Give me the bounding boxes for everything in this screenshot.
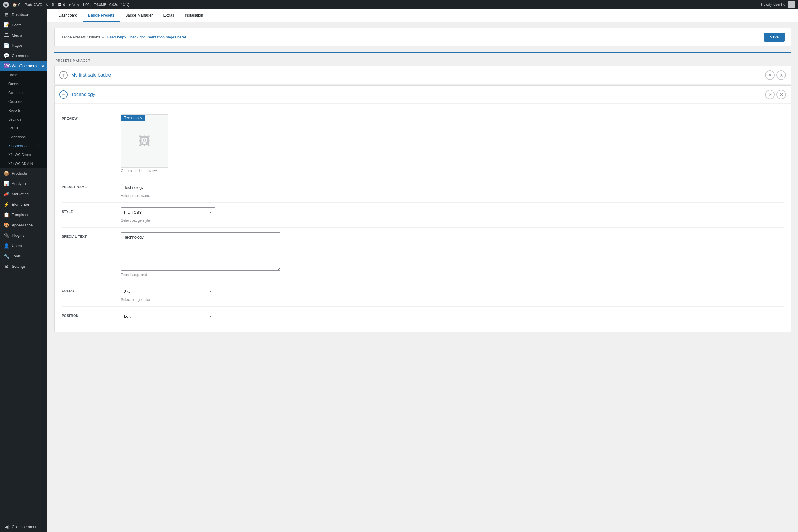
color-select[interactable]: Sky Red Green Yellow Purple Orange Pink <box>121 287 215 297</box>
preset-name-help: Enter preset name <box>121 194 783 198</box>
admin-bar-perf: 1.06s 74.8MB 0.03s 131Q <box>82 3 130 7</box>
sidebar-item-woocommerce[interactable]: WC WooCommerce ◀ <box>0 61 47 71</box>
save-button[interactable]: Save <box>764 33 785 42</box>
pages-icon: 📄 <box>3 42 10 48</box>
preset-delete-btn-1[interactable]: ✕ <box>776 70 786 80</box>
sidebar-item-users[interactable]: 👤 Users <box>0 241 47 251</box>
sidebar-item-comments[interactable]: 💬 Comments <box>0 51 47 61</box>
preset-card-2: − Technology ✕ ✕ <box>54 86 791 332</box>
help-link[interactable]: Need help? Check documentation pages her… <box>107 35 186 39</box>
sidebar-item-plugins[interactable]: 🔌 Plugins <box>0 230 47 241</box>
sidebar-item-label: Dashboard <box>12 13 31 17</box>
sidebar-item-xforwoocommerce[interactable]: XforWooCommerce <box>0 141 47 150</box>
sidebar-item-reports[interactable]: Reports <box>0 106 47 115</box>
color-content: Sky Red Green Yellow Purple Orange Pink … <box>121 287 783 302</box>
sidebar-item-label: Analytics <box>12 182 27 186</box>
sidebar-item-customers[interactable]: Customers <box>0 88 47 97</box>
templates-icon: 📋 <box>3 212 10 217</box>
sidebar-item-analytics[interactable]: 📊 Analytics <box>0 178 47 189</box>
sidebar-item-settings[interactable]: Settings <box>0 115 47 124</box>
admin-bar-new[interactable]: + New <box>69 3 79 7</box>
sidebar-item-tools[interactable]: 🔧 Tools <box>0 251 47 261</box>
tab-badge-manager[interactable]: Badge Manager <box>120 10 158 22</box>
preset-actions-2: ✕ ✕ <box>765 90 786 99</box>
preview-placeholder: 🖼 <box>139 134 150 148</box>
sidebar-item-posts[interactable]: 📝 Posts <box>0 20 47 30</box>
field-row-style: STYLE Plain CSS Gradient Outline Rounded… <box>62 203 783 228</box>
x-circle-icon-2: ✕ <box>768 92 772 97</box>
style-select[interactable]: Plain CSS Gradient Outline Rounded <box>121 208 215 217</box>
accent-line <box>54 52 791 53</box>
field-row-special-text: SPECIAL TEXT Technology Enter badge text <box>62 228 783 282</box>
preset-collapse-btn-2[interactable]: − <box>59 91 68 99</box>
presets-manager-label: PRESETS MANAGER <box>54 59 791 62</box>
color-label: COLOR <box>62 287 121 292</box>
sidebar-item-templates[interactable]: 📋 Templates <box>0 210 47 220</box>
sidebar-item-dashboard[interactable]: ⊞ Dashboard <box>0 10 47 20</box>
sidebar-item-label: Pages <box>12 43 23 48</box>
field-row-color: COLOR Sky Red Green Yellow Purple Orange… <box>62 282 783 307</box>
sidebar-item-label: Plugins <box>12 233 24 238</box>
tab-dashboard[interactable]: Dashboard <box>53 10 83 22</box>
analytics-icon: 📊 <box>3 181 10 187</box>
sidebar-item-label: Users <box>12 244 22 248</box>
admin-bar-comments[interactable]: 💬 0 <box>57 3 65 7</box>
sidebar-item-products[interactable]: 📦 Products <box>0 168 47 178</box>
preset-name-input[interactable] <box>121 183 215 192</box>
sidebar-item-media[interactable]: 🖼 Media <box>0 30 47 40</box>
preset-header-1[interactable]: + My first sale badge ✕ ✕ <box>55 66 791 84</box>
content-area: Badge Presets Options → Need help? Check… <box>47 22 798 339</box>
sidebar-item-appearance[interactable]: 🎨 Appearance <box>0 220 47 230</box>
preset-header-2[interactable]: − Technology ✕ ✕ <box>55 86 791 103</box>
home-icon: 🏠 <box>13 3 17 7</box>
marketing-icon: 📣 <box>3 191 10 197</box>
sidebar-item-pages[interactable]: 📄 Pages <box>0 40 47 51</box>
sidebar-item-xforwc-demo[interactable]: XforWC Demo <box>0 150 47 159</box>
preset-name-label: PRESET NAME <box>62 183 121 189</box>
comments-icon: 💬 <box>3 53 10 58</box>
field-row-preset-name: PRESET NAME Enter preset name <box>62 178 783 203</box>
preset-expand-btn-1[interactable]: + <box>59 71 68 79</box>
sidebar-item-orders[interactable]: Orders <box>0 79 47 88</box>
sidebar-item-home[interactable]: Home <box>0 71 47 79</box>
admin-bar-updates[interactable]: ↻ 15 <box>46 3 54 7</box>
preset-edit-btn-1[interactable]: ✕ <box>765 70 775 80</box>
preset-delete-btn-2[interactable]: ✕ <box>776 90 786 99</box>
tab-installation[interactable]: Installation <box>179 10 208 22</box>
sidebar-item-label: Collapse menu <box>12 525 38 529</box>
sidebar-item-settings2[interactable]: ⚙ Settings <box>0 261 47 272</box>
sidebar-item-label: Elementor <box>12 202 29 207</box>
comment-icon: 💬 <box>57 3 62 7</box>
preset-edit-btn-2[interactable]: ✕ <box>765 90 775 99</box>
sidebar-item-elementor[interactable]: ⚡ Elementor <box>0 199 47 210</box>
sidebar-item-status[interactable]: Status <box>0 124 47 133</box>
preview-badge: Technology <box>121 115 145 121</box>
position-select[interactable]: Left Right Center <box>121 311 215 321</box>
tab-extras[interactable]: Extras <box>158 10 179 22</box>
wp-logo[interactable]: W <box>3 2 9 8</box>
sidebar-item-extensions[interactable]: Extensions <box>0 133 47 141</box>
posts-icon: 📝 <box>3 22 10 28</box>
sidebar-item-coupons[interactable]: Coupons <box>0 97 47 106</box>
special-text-content: Technology Enter badge text <box>121 232 783 277</box>
main-content: Dashboard Badge Presets Badge Manager Ex… <box>47 10 798 532</box>
media-icon: 🖼 <box>3 33 10 38</box>
appearance-icon: 🎨 <box>3 222 10 228</box>
sidebar-item-label: Posts <box>12 23 22 27</box>
admin-bar-site[interactable]: 🏠 Car Parts XWC <box>13 3 42 7</box>
special-text-textarea[interactable]: Technology <box>121 232 281 271</box>
sidebar-item-label: Templates <box>12 212 29 217</box>
preview-box: Technology 🖼 <box>121 114 168 168</box>
style-help: Select badge style <box>121 218 783 223</box>
admin-bar-user[interactable]: Howdy, dzeriho <box>761 1 795 8</box>
admin-bar: W 🏠 Car Parts XWC ↻ 15 💬 0 + New 1.06s 7… <box>0 0 798 10</box>
plugins-icon: 🔌 <box>3 233 10 238</box>
sidebar-item-collapse[interactable]: ◀ Collapse menu <box>0 522 47 532</box>
current-badge-preview-label: Current badge preview <box>121 169 783 173</box>
tab-badge-presets[interactable]: Badge Presets <box>83 10 120 22</box>
sidebar-item-label: Media <box>12 33 22 38</box>
sidebar-item-xforwc-admin[interactable]: XforWC ADMIN <box>0 159 47 168</box>
sidebar-item-marketing[interactable]: 📣 Marketing <box>0 189 47 199</box>
x-circle-icon: ✕ <box>768 72 772 78</box>
sidebar-item-label: WooCommerce <box>12 63 38 68</box>
